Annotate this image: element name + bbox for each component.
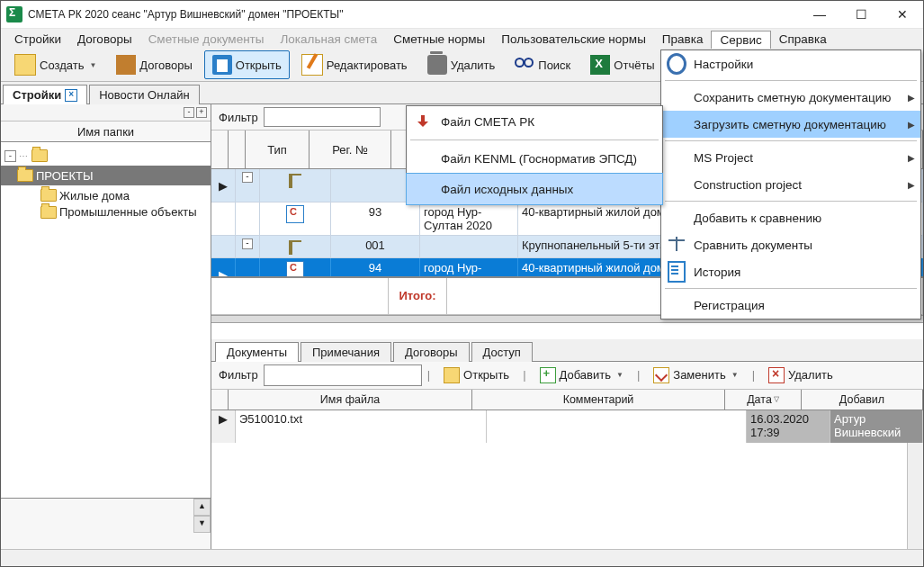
tree-connector: ⋯	[19, 151, 29, 161]
tree-expand-toggle[interactable]: -	[4, 150, 16, 162]
menu-smetnye-normy[interactable]: Сметные нормы	[385, 31, 493, 48]
open-label: Открыть	[236, 58, 282, 72]
row-expand[interactable]: -	[236, 236, 260, 257]
search-icon	[515, 55, 534, 75]
docs-open-button[interactable]: Открыть	[435, 364, 517, 387]
search-button[interactable]: Поиск	[507, 50, 579, 79]
total-label: Итого:	[389, 278, 447, 314]
tab-news[interactable]: Новости Онлайн	[89, 85, 199, 104]
menu-item-save-docs[interactable]: Сохранить сметную документацию▶	[661, 84, 920, 111]
estimate-file-icon	[286, 261, 304, 276]
docs-toolbar: Фильтр | Открыть | Добавить▼ | Заменить▼…	[211, 362, 923, 390]
row-marker: ▶	[211, 258, 236, 276]
scrollbar[interactable]	[907, 443, 923, 550]
menu-stroiki[interactable]: Стройки	[6, 31, 69, 48]
docs-filter-label: Фильтр	[219, 368, 258, 382]
docs-col-selector[interactable]	[211, 390, 229, 410]
folder-icon	[31, 149, 48, 162]
maximize-button[interactable]: ☐	[840, 1, 882, 28]
tab-access[interactable]: Доступ	[471, 342, 533, 362]
docs-col-comment[interactable]: Комментарий	[472, 390, 725, 410]
menu-separator	[665, 201, 917, 202]
docs-cell-user: Артур Вишневский	[830, 410, 923, 443]
tab-documents[interactable]: Документы	[215, 342, 299, 362]
menu-item-load-docs[interactable]: Загрузить сметную документацию▶	[661, 111, 920, 138]
menu-item-label: История	[694, 266, 915, 279]
docs-row[interactable]: ▶ Э510010.txt 16.03.2020 17:39 Артур Виш…	[211, 410, 923, 443]
menu-item-msproject[interactable]: MS Project▶	[661, 144, 920, 171]
row-marker: ▶	[211, 410, 236, 443]
titlebar: СМЕТА РК 2020 сеанс "Артур Вишневский" д…	[1, 1, 923, 29]
menu-item-registration[interactable]: Регистрация	[661, 292, 920, 319]
chevron-right-icon: ▶	[908, 120, 915, 130]
cell-type	[260, 202, 331, 235]
app-icon	[6, 6, 22, 22]
row-expand[interactable]	[236, 202, 260, 235]
menu-spravka[interactable]: Справка	[771, 31, 835, 48]
tree-row[interactable]: ПРОЕКТЫ	[1, 166, 211, 185]
edit-button[interactable]: Редактировать	[293, 50, 416, 80]
menu-separator	[665, 80, 917, 81]
tab-notes[interactable]: Примечания	[301, 342, 391, 362]
menu-item-add-to-compare[interactable]: Добавить к сравнению	[661, 204, 920, 231]
collapse-all-button[interactable]: -	[184, 107, 194, 118]
tree-row[interactable]: Промышленные объекты	[1, 205, 211, 219]
trash-icon	[427, 55, 447, 75]
create-button[interactable]: Создать▼	[6, 50, 104, 80]
tree-row[interactable]: Жилые дома	[1, 185, 211, 205]
scroll-down-button[interactable]: ▼	[193, 516, 211, 533]
docs-replace-button[interactable]: Заменить▼	[645, 364, 746, 387]
filter-label: Фильтр	[219, 111, 258, 124]
menu-item-compare-docs[interactable]: Сравнить документы	[661, 231, 920, 258]
menu-polz-normy[interactable]: Пользовательские нормы	[493, 31, 654, 48]
tree-label: ПРОЕКТЫ	[36, 169, 94, 183]
cell-reg-number: 001	[331, 236, 420, 257]
menu-item-label: Регистрация	[694, 299, 915, 312]
scroll-up-button[interactable]: ▲	[193, 499, 211, 516]
menu-item-construction-project[interactable]: Construction project▶	[661, 171, 920, 198]
docs-cell-date: 16.03.2020 17:39	[747, 410, 830, 443]
contracts-button[interactable]: Договоры	[108, 50, 200, 79]
docs-add-button[interactable]: Добавить▼	[532, 364, 632, 387]
submenu-item-source-file[interactable]: Файл исходных данных	[406, 173, 663, 205]
delete-button[interactable]: Удалить	[419, 50, 504, 79]
menu-item-label: Файл исходных данных	[441, 183, 657, 196]
add-icon	[540, 367, 556, 383]
sort-desc-icon: ▽	[774, 395, 779, 403]
col-selector[interactable]	[211, 130, 229, 168]
col-expand[interactable]	[229, 130, 246, 168]
row-expand[interactable]: -	[236, 169, 260, 202]
menu-pravka[interactable]: Правка	[654, 31, 712, 48]
expand-all-button[interactable]: +	[196, 107, 207, 118]
col-type[interactable]: Тип	[246, 130, 309, 168]
menu-item-settings[interactable]: Настройки	[661, 50, 920, 77]
folder-tree[interactable]: - ⋯ ПРОЕКТЫ Жилые дома Промышленные объе…	[1, 142, 211, 498]
docs-col-filename[interactable]: Имя файла	[229, 390, 472, 410]
col-reg-number[interactable]: Рег. №	[309, 130, 391, 168]
submenu-item-kenml-file[interactable]: Файл KENML (Госнорматив ЭПСД)	[407, 143, 662, 174]
open-button[interactable]: Открыть	[204, 50, 290, 79]
menu-item-history[interactable]: История	[661, 258, 920, 285]
tree-header: Имя папки	[1, 122, 211, 142]
tree-row[interactable]: - ⋯	[1, 146, 211, 166]
cell-type	[260, 169, 331, 202]
menu-servis[interactable]: Сервис	[711, 31, 770, 49]
cell-reg-number: 94	[331, 258, 420, 276]
submenu-item-smeta-file[interactable]: Файл СМЕТА РК	[407, 106, 662, 137]
excel-icon	[590, 55, 610, 75]
row-marker	[211, 236, 236, 257]
tab-contracts[interactable]: Договоры	[393, 342, 469, 362]
menu-dogovory[interactable]: Договоры	[69, 31, 140, 48]
docs-col-date[interactable]: Дата▽	[725, 390, 802, 410]
menu-item-label: Файл KENML (Госнорматив ЭПСД)	[441, 152, 657, 166]
row-expand[interactable]	[236, 258, 260, 276]
briefcase-icon	[116, 55, 136, 75]
docs-col-user[interactable]: Добавил	[802, 390, 923, 410]
tab-stroiki[interactable]: Стройки×	[3, 85, 87, 104]
docs-filter-input[interactable]	[264, 364, 422, 386]
filter-input[interactable]	[264, 107, 381, 127]
close-button[interactable]: ✕	[882, 1, 923, 28]
docs-delete-button[interactable]: Удалить	[760, 364, 841, 387]
close-icon[interactable]: ×	[65, 89, 77, 102]
minimize-button[interactable]: —	[799, 1, 840, 28]
